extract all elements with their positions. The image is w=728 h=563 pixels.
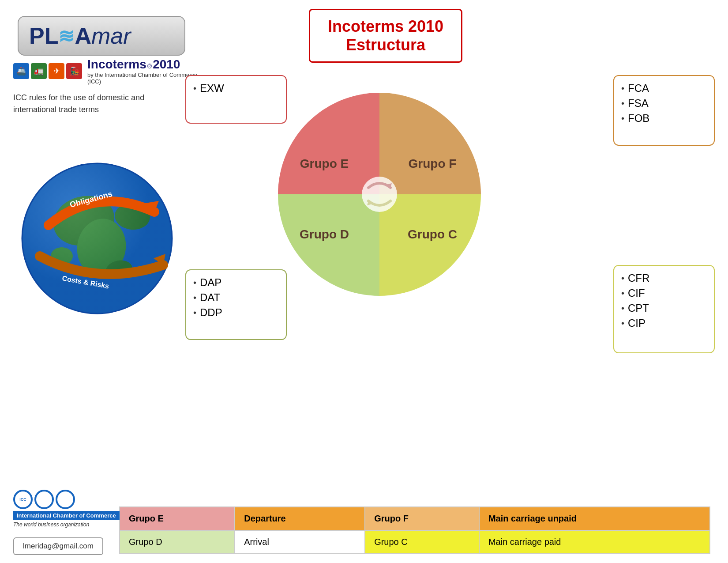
fob-item: • FOB <box>621 112 707 125</box>
title-line1: Incoterms 2010 <box>328 17 443 36</box>
ddp-label: DDP <box>200 306 222 319</box>
fsa-item: • FSA <box>621 97 707 110</box>
cell-grupo-d: Grupo D <box>120 530 235 554</box>
globe-svg: Obligations Costs & Risks <box>13 150 181 318</box>
diagram-area: • EXW • FCA • FSA • FOB • DAP • DAT • DD… <box>185 62 715 397</box>
cif-label: CIF <box>628 287 645 299</box>
incoterms-table: Grupo E Departure Grupo F Main carriage … <box>119 506 710 554</box>
callout-cfr: • CFR • CIF • CPT • CIP <box>613 265 715 353</box>
grupo-f-pie-label: Grupo F <box>409 157 457 170</box>
cpt-label: CPT <box>628 302 649 314</box>
cfr-label: CFR <box>628 272 649 284</box>
title-line2: Estructura <box>328 36 443 54</box>
exw-bullet: • <box>193 83 196 94</box>
fca-item: • FCA <box>621 82 707 94</box>
cell-grupo-c: Grupo C <box>365 530 479 554</box>
logo-mar: mar <box>91 23 131 49</box>
icc-circle-3 <box>56 490 75 509</box>
header-departure: Departure <box>235 507 365 530</box>
grupo-d-pie-label: Grupo D <box>300 227 349 241</box>
badge-icons: 🚢 🚛 ✈ 🚂 <box>13 63 82 79</box>
dat-label: DAT <box>200 291 220 304</box>
cif-item: • CIF <box>621 287 707 299</box>
logo-pl: PL <box>29 23 58 49</box>
incoterms-badge: 🚢 🚛 ✈ 🚂 Incoterms ® 2010 by the Internat… <box>13 57 207 85</box>
rules-text: ICC rules for the use of domestic andint… <box>13 92 207 116</box>
incoterms-brand: Incoterms <box>87 57 146 72</box>
grupo-e-pie-label: Grupo E <box>300 157 349 170</box>
badge-icon-train: 🚂 <box>66 63 82 79</box>
logo: PL ≋ A mar <box>18 16 185 56</box>
incoterms-year: 2010 <box>153 57 180 72</box>
callout-fca: • FCA • FSA • FOB <box>613 75 715 146</box>
fca-label: FCA <box>628 82 649 94</box>
icc-name-bar: International Chamber of Commerce <box>13 511 120 520</box>
cell-main-paid: Main carriage paid <box>479 530 710 554</box>
header-grupo-f: Grupo F <box>365 507 479 530</box>
header-grupo-e: Grupo E <box>120 507 235 530</box>
dap-label: DAP <box>200 276 221 289</box>
title-box: Incoterms 2010 Estructura <box>309 9 462 63</box>
incoterms-reg: ® <box>147 63 152 70</box>
grupo-c-pie-label: Grupo C <box>408 227 457 241</box>
exw-label: EXW <box>200 82 224 94</box>
table-row-2: Grupo D Arrival Grupo C Main carriage pa… <box>120 530 710 554</box>
fob-label: FOB <box>628 112 649 125</box>
icc-tagline: The world business organization <box>13 521 120 528</box>
bottom-table: Grupo E Departure Grupo F Main carriage … <box>119 506 710 554</box>
logo-a: A <box>75 23 91 49</box>
pie-chart: Grupo E Grupo F Grupo D Grupo C <box>256 71 503 318</box>
cip-label: CIP <box>628 317 645 329</box>
fsa-label: FSA <box>628 97 649 110</box>
email-box: lmeridag@gmail.com <box>13 537 103 555</box>
globe-container: Obligations Costs & Risks <box>13 150 190 327</box>
cpt-item: • CPT <box>621 302 707 314</box>
svg-point-6 <box>22 163 172 314</box>
pie-svg: Grupo E Grupo F Grupo D Grupo C <box>256 71 503 318</box>
badge-icon-truck: 🚛 <box>31 63 47 79</box>
cip-item: • CIP <box>621 317 707 329</box>
badge-icon-plane: ✈ <box>49 63 64 79</box>
icc-circles: ICC <box>13 490 120 509</box>
icc-circle-2 <box>34 490 54 509</box>
logo-wave: ≋ <box>58 25 75 47</box>
badge-icon-ship: 🚢 <box>13 63 29 79</box>
cell-arrival: Arrival <box>235 530 365 554</box>
left-section: 🚢 🚛 ✈ 🚂 Incoterms ® 2010 by the Internat… <box>13 57 207 116</box>
icc-circle-1: ICC <box>13 490 33 509</box>
icc-bottom: ICC International Chamber of Commerce Th… <box>13 490 120 528</box>
header-main-unpaid: Main carriage unpaid <box>479 507 710 530</box>
cfr-item: • CFR <box>621 272 707 284</box>
